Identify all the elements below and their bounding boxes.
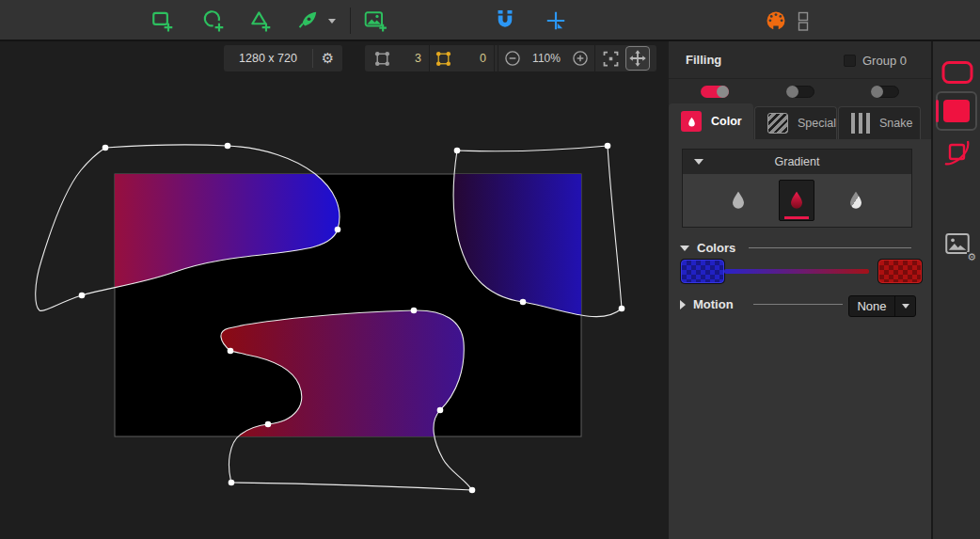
- bounding-box-yellow-icon: [434, 49, 453, 69]
- add-image-button[interactable]: [363, 8, 387, 33]
- drawing-canvas[interactable]: [0, 41, 669, 539]
- pan-tool-button[interactable]: [625, 46, 650, 71]
- fill-mode-gradient[interactable]: [779, 180, 814, 221]
- color-tab-icon: [681, 111, 702, 132]
- nodes-count-button[interactable]: [371, 49, 393, 69]
- fill-style-button[interactable]: [936, 91, 977, 131]
- panel-title: Filling: [686, 53, 721, 67]
- layout-squares-icon: [796, 8, 811, 33]
- circle-plus-icon: [571, 49, 590, 68]
- pen-nib-icon: [295, 8, 320, 33]
- gradient-section-title: Gradient: [683, 155, 911, 168]
- fill-toggle-2[interactable]: [786, 86, 814, 98]
- style-toolbar: ⚙: [931, 41, 980, 539]
- path-node: [229, 480, 235, 486]
- group-checkbox-label: Group 0: [862, 54, 907, 68]
- tab-label: Color: [711, 115, 742, 128]
- fill-mode-solid[interactable]: [720, 180, 756, 221]
- zoom-in-button[interactable]: [566, 49, 594, 68]
- add-polygon-button[interactable]: [248, 8, 273, 33]
- shape-motion-icon: [942, 135, 972, 167]
- gradient-start-swatch[interactable]: [681, 260, 724, 283]
- tab-color[interactable]: Color: [669, 103, 753, 139]
- motion-section-title: Motion: [693, 297, 734, 311]
- tab-snake[interactable]: Snake: [838, 106, 921, 139]
- circle-minus-icon: [503, 49, 522, 68]
- fill-tabs: Color Special Snake: [669, 103, 931, 139]
- gradient-section: Gradient: [682, 149, 912, 228]
- motion-dropdown[interactable]: None: [848, 295, 916, 317]
- draw-bezier-button[interactable]: [295, 8, 320, 33]
- path-node: [619, 306, 625, 312]
- gradient-section-header[interactable]: Gradient: [683, 150, 911, 174]
- path-node: [411, 308, 418, 314]
- add-ellipse-button[interactable]: [201, 8, 226, 33]
- points-count-button[interactable]: [430, 49, 456, 69]
- toggle-knob: [786, 86, 798, 98]
- add-image-icon: [363, 8, 387, 33]
- add-rectangle-button[interactable]: [150, 8, 175, 33]
- section-rule: [749, 247, 911, 248]
- path-node: [228, 348, 234, 355]
- zoom-out-button[interactable]: [498, 49, 527, 68]
- gear-icon: ⚙: [322, 52, 334, 66]
- path-node: [265, 421, 272, 428]
- path-node: [469, 487, 476, 494]
- gradient-preview-bar[interactable]: [724, 269, 869, 274]
- bezier-dropdown-button[interactable]: [325, 8, 339, 33]
- canvas-settings-button[interactable]: ⚙: [313, 45, 342, 71]
- colors-section-header[interactable]: Colors: [680, 241, 735, 255]
- add-ellipse-icon: [201, 8, 226, 33]
- canvas-size-box: 1280 x 720 ⚙: [224, 45, 342, 71]
- split-droplet-icon: [846, 188, 866, 213]
- section-rule: [753, 304, 843, 305]
- palette-button[interactable]: [764, 8, 788, 33]
- motion-dropdown-value: None: [849, 299, 894, 313]
- fill-toggle-3[interactable]: [871, 86, 899, 98]
- main-toolbar: [0, 0, 980, 41]
- gradient-droplet-icon: [786, 188, 807, 213]
- path-node: [103, 145, 109, 151]
- fill-mode-split[interactable]: [838, 180, 874, 221]
- add-node-icon: [544, 8, 568, 33]
- palette-icon: [765, 9, 787, 32]
- snake-tab-icon: [851, 113, 870, 134]
- magnet-icon: [493, 8, 517, 33]
- tab-special[interactable]: Special: [754, 106, 837, 139]
- gear-icon: ⚙: [967, 252, 976, 262]
- image-settings-button[interactable]: ⚙: [942, 230, 972, 258]
- add-polygon-icon: [248, 8, 273, 33]
- stroke-rect-icon: [940, 59, 974, 86]
- toggle-knob: [717, 86, 729, 98]
- fill-toggle-1[interactable]: [701, 86, 729, 98]
- fit-screen-icon: [601, 49, 621, 69]
- pan-arrows-icon: [628, 49, 647, 68]
- add-rectangle-icon: [150, 8, 175, 33]
- path-node: [605, 143, 611, 150]
- toggle-row: [669, 79, 931, 103]
- snap-magnet-button[interactable]: [493, 8, 517, 33]
- stroke-style-button[interactable]: [940, 58, 974, 87]
- gradient-options: [683, 174, 911, 227]
- toolbar-separator: [350, 8, 351, 34]
- gradient-end-swatch[interactable]: [878, 260, 922, 283]
- fit-view-button[interactable]: [595, 49, 625, 69]
- nodes-count-value[interactable]: 3: [393, 52, 429, 65]
- motion-section-header[interactable]: Motion: [680, 297, 734, 311]
- solid-droplet-icon: [728, 188, 749, 213]
- path-node: [454, 148, 461, 154]
- bounding-box-gray-icon: [372, 49, 392, 69]
- points-count-value[interactable]: 0: [456, 52, 494, 65]
- canvas-size-label: 1280 x 720: [224, 52, 312, 65]
- canvas-area: 1280 x 720 ⚙ 3 0: [0, 41, 669, 539]
- zoom-level: 110%: [527, 52, 566, 65]
- expand-arrow-icon: [680, 300, 686, 309]
- colors-section-title: Colors: [697, 241, 735, 255]
- shape-motion-button[interactable]: [942, 135, 972, 167]
- add-node-button[interactable]: [544, 8, 568, 33]
- special-tab-icon: [767, 113, 788, 134]
- toggle-knob: [871, 86, 883, 98]
- dropdown-arrow-button[interactable]: [894, 296, 915, 316]
- layout-toggle-button[interactable]: [795, 8, 812, 33]
- group-checkbox[interactable]: [844, 55, 856, 67]
